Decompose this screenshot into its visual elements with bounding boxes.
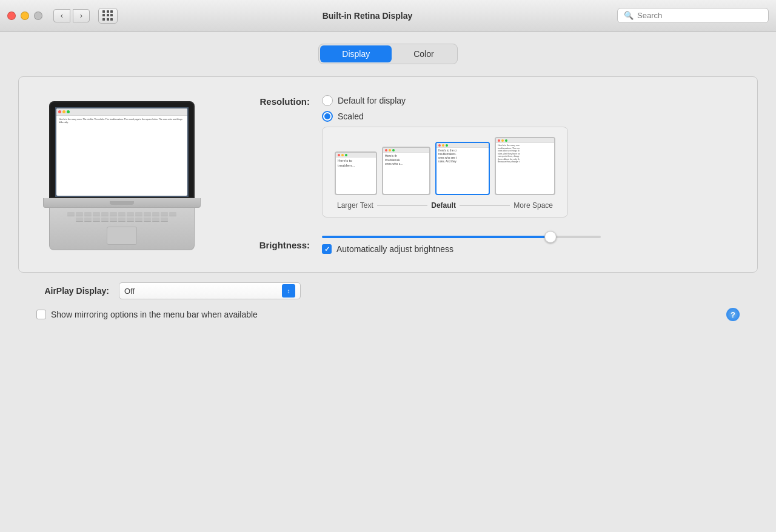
maximize-button[interactable] <box>34 12 42 20</box>
scale-line-2 <box>460 205 510 206</box>
radio-selected-indicator <box>324 113 330 119</box>
tabs-container: Display Color <box>18 44 758 64</box>
laptop-wrapper: Here's to the crazy ones. The misfits. T… <box>43 101 201 250</box>
thumb-mid-left-window: Here's thtroublemakones who c... <box>382 147 430 195</box>
mirroring-label: Show mirroring options in the menu bar w… <box>51 310 258 319</box>
scale-default[interactable]: Here's to the crtroublemakers.ones who s… <box>435 142 490 195</box>
radio-scaled[interactable] <box>322 111 333 122</box>
grid-view-button[interactable] <box>98 8 118 24</box>
thumb-morespace-content: Here's to the crazy onetroublemakers. Th… <box>496 143 554 165</box>
laptop-keyboard <box>49 208 195 250</box>
search-icon: 🔍 <box>624 11 634 20</box>
thumb-morespace-bar <box>496 138 554 143</box>
thumb-midleft-bar <box>383 148 429 153</box>
default-label: Default <box>431 201 456 210</box>
resolution-row: Resolution: Default for display Scaled <box>237 95 733 218</box>
display-panel: Here's to the crazy ones. The misfits. T… <box>18 76 758 273</box>
traffic-lights <box>7 12 42 20</box>
thumb-larger-text-window: Here's totroublem... <box>335 151 377 195</box>
kbd-row-2 <box>76 218 168 222</box>
brightness-controls: ✓ Automatically adjust brightness <box>322 236 601 254</box>
scale-larger-text[interactable]: Here's totroublem... <box>335 151 377 195</box>
checkmark-icon: ✓ <box>324 245 330 253</box>
mirroring-row: Show mirroring options in the menu bar w… <box>36 310 258 319</box>
thumb-default-bar <box>436 143 489 148</box>
thumb-larger-content: Here's totroublem... <box>336 158 376 170</box>
thumb-larger-bar <box>336 153 376 158</box>
airplay-dropdown[interactable]: Off ↕ <box>119 282 301 299</box>
laptop-trackpad <box>107 227 137 245</box>
inner-dot-green <box>67 110 70 113</box>
nav-buttons: ‹ › <box>53 9 90 22</box>
thumb-midleft-content: Here's thtroublemakones who c... <box>383 153 429 167</box>
window-title: Built-in Retina Display <box>124 11 611 21</box>
auto-brightness-checkbox[interactable]: ✓ <box>322 244 332 254</box>
help-button[interactable]: ? <box>726 308 740 321</box>
more-space-label: More Space <box>513 201 553 210</box>
grid-icon <box>102 10 113 21</box>
scale-mid-left[interactable]: Here's thtroublemakones who c... <box>382 147 430 195</box>
forward-button[interactable]: › <box>73 9 90 22</box>
brightness-row: Brightness: ✓ Automatically adjust brigh… <box>237 236 733 254</box>
search-box[interactable]: 🔍 <box>617 8 769 23</box>
resolution-options: Default for display Scaled <box>322 95 568 218</box>
airplay-label: AirPlay Display: <box>36 286 109 296</box>
back-button[interactable]: ‹ <box>53 9 70 22</box>
tabs: Display Color <box>318 44 457 64</box>
inner-dot-red <box>58 110 61 113</box>
macbook-display: Here's to the crazy ones. The misfits. T… <box>43 101 201 250</box>
titlebar: ‹ › Built-in Retina Display 🔍 <box>0 0 776 32</box>
resolution-label: Resolution: <box>237 95 310 107</box>
laptop-screen-frame: Here's to the crazy ones. The misfits. T… <box>49 101 195 198</box>
inner-titlebar <box>56 108 187 116</box>
minimize-button[interactable] <box>21 12 29 20</box>
scale-options-panel: Here's totroublem... <box>322 127 568 218</box>
scale-thumbnails: Here's totroublem... <box>335 137 555 195</box>
laptop-screen: Here's to the crazy ones. The misfits. T… <box>55 107 189 197</box>
dropdown-arrows-icon: ↕ <box>282 284 295 298</box>
scale-line <box>377 205 427 206</box>
settings-area: Resolution: Default for display Scaled <box>237 95 733 254</box>
bottom-row: Show mirroring options in the menu bar w… <box>36 308 740 321</box>
resolution-scaled-option[interactable]: Scaled <box>322 111 568 122</box>
main-content: Display Color Here's to the crazy <box>0 32 776 532</box>
brightness-slider[interactable] <box>322 236 601 238</box>
scale-more-space[interactable]: Here's to the crazy onetroublemakers. Th… <box>495 137 555 195</box>
thumb-default-window: Here's to the crtroublemakers.ones who s… <box>435 142 490 195</box>
laptop-body <box>43 198 201 208</box>
scale-labels-row: Larger Text Default More Space <box>335 201 555 210</box>
radio-default[interactable] <box>322 95 333 106</box>
resolution-default-label: Default for display <box>338 96 406 105</box>
brightness-label: Brightness: <box>237 240 310 250</box>
larger-text-label: Larger Text <box>337 201 373 210</box>
tab-color[interactable]: Color <box>392 45 455 62</box>
search-input[interactable] <box>637 11 762 20</box>
thumb-default-content: Here's to the crtroublemakers.ones who s… <box>436 148 489 164</box>
tab-display[interactable]: Display <box>320 45 392 62</box>
inner-dot-yellow <box>62 110 65 113</box>
resolution-scaled-label: Scaled <box>338 111 364 121</box>
auto-brightness-label: Automatically adjust brightness <box>336 244 453 254</box>
airplay-value: Off <box>124 287 135 296</box>
bottom-section: AirPlay Display: Off ↕ Show mirroring op… <box>18 282 758 321</box>
auto-brightness-row: ✓ Automatically adjust brightness <box>322 244 601 254</box>
brightness-thumb[interactable] <box>544 231 557 243</box>
laptop-notch <box>110 201 134 205</box>
thumb-more-space-window: Here's to the crazy onetroublemakers. Th… <box>495 137 555 195</box>
resolution-default-option[interactable]: Default for display <box>322 95 568 106</box>
airplay-row: AirPlay Display: Off ↕ <box>36 282 740 299</box>
kbd-row-1 <box>67 212 176 216</box>
inner-content: Here's to the crazy ones. The misfits. T… <box>56 116 187 195</box>
mirroring-checkbox[interactable] <box>36 310 46 319</box>
close-button[interactable] <box>7 12 16 20</box>
inner-window: Here's to the crazy ones. The misfits. T… <box>56 108 187 196</box>
